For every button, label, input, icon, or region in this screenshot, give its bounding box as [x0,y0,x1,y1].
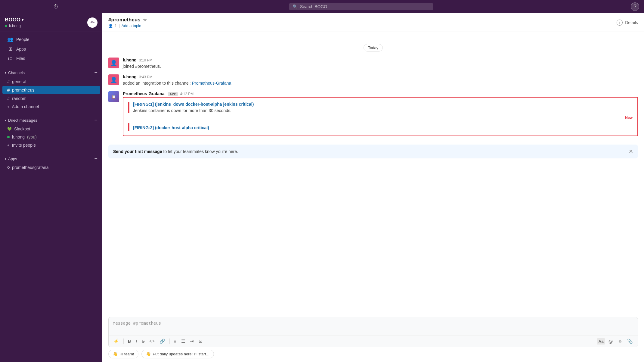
channel-title: #prometheus ☆ [108,17,147,23]
sidebar-item-people[interactable]: 👥 People [2,35,100,44]
emoji-button[interactable]: ☺ [616,338,624,345]
sidebar-item-apps[interactable]: ⊞ Apps [2,44,100,54]
firing-alert-1: [FIRING:1] (jenkins_down docker-host-alp… [128,102,633,113]
add-app-icon[interactable]: + [94,156,98,161]
message-sender: k.hong [123,58,137,62]
apps-section: ▾ Apps + prometheusgrafana [0,152,102,174]
channels-section-title-wrap: ▾ Channels [5,70,25,75]
message-input[interactable] [109,317,638,334]
new-line [128,118,623,118]
message-text: joined #prometheus. [123,63,638,70]
bullet-list-button[interactable]: ☰ [179,337,187,345]
link-button[interactable]: 🔗 [158,337,167,345]
dm-item-slackbot[interactable]: 💚 Slackbot [2,125,100,133]
chat-area: #prometheus ☆ 👤 1 | Add a topic i Detail… [102,13,644,362]
people-label: People [16,37,29,42]
top-bar-left: ⏱ [5,4,107,10]
first-message-suffix: to let your teammates know you're here. [163,149,238,154]
apps-section-label: Apps [8,157,17,161]
apps-label: Apps [16,47,26,51]
username-label: k.hong [9,23,21,28]
text-format-button[interactable]: Aa [597,338,605,345]
dm-item-khong[interactable]: k.hong (you) [2,133,100,141]
channel-general-label: general [12,79,26,84]
indent-button[interactable]: ⇥ [188,337,196,345]
search-icon: 🔍 [293,4,298,9]
dm-section-title-wrap: ▾ Direct messages [5,118,37,123]
files-icon: 🗂 [7,56,13,61]
message-body: added an integration to this channel: [123,81,192,86]
firing-alert-2: [FIRING:2] (docker-host-alpha critical) [128,123,633,131]
invite-people-item[interactable]: + Invite people [2,141,100,149]
search-input[interactable] [300,4,430,9]
chat-header: #prometheus ☆ 👤 1 | Add a topic i Detail… [102,13,644,32]
channel-name-label: #prometheus [108,17,141,23]
channels-section-header[interactable]: ▾ Channels + [0,68,102,77]
search-input-wrap[interactable]: 🔍 [289,3,433,10]
apps-item-prometheusgrafana[interactable]: prometheusgrafana [2,164,100,171]
integration-link[interactable]: Prometheus-Grafana [192,81,231,86]
strikethrough-button[interactable]: S [140,338,146,345]
sidebar: BOGO ▾ k.hong ✏ 👥 People ⊞ [0,13,102,362]
firing-content-2: [FIRING:2] (docker-host-alpha critical) [133,123,633,131]
quick-reply-1[interactable]: 👋 Hi team! [108,350,138,358]
add-dm-icon[interactable]: + [94,117,98,123]
lightning-button[interactable]: ⚡ [112,337,121,345]
help-icon[interactable]: ? [631,2,639,11]
apps-section-header[interactable]: ▾ Apps + [0,154,102,163]
top-bar-right: ? [615,2,639,11]
channel-random-label: random [12,96,26,101]
quick-reply-2-emoji: 👋 [146,352,151,356]
channel-item-general[interactable]: # general [2,77,100,86]
slackbot-label: Slackbot [14,126,30,131]
mention-button[interactable]: @ [606,338,615,345]
new-indicator: New [122,116,639,120]
message-time: 3:10 PM [139,58,153,62]
workspace-name[interactable]: BOGO ▾ [5,17,23,23]
channel-prometheus-label: prometheus [12,88,34,92]
attach-button[interactable]: 📎 [625,337,635,345]
channel-item-prometheus[interactable]: # prometheus [2,86,100,94]
message-header: k.hong 3:10 PM [123,58,638,62]
bold-button[interactable]: B [126,338,133,345]
star-icon[interactable]: ☆ [143,17,147,22]
add-channel-plus-icon: + [7,105,10,109]
channels-chevron-icon: ▾ [5,71,6,74]
add-channel-item[interactable]: + Add a channel [2,103,100,111]
italic-button[interactable]: I [134,338,139,345]
firing-box: [FIRING:1] (jenkins_down docker-host-alp… [123,97,638,136]
sidebar-item-files[interactable]: 🗂 Files [2,54,100,63]
code-button[interactable]: </> [147,338,156,345]
chat-header-right[interactable]: i Details [617,20,638,26]
compose-button[interactable]: ✏ [87,17,98,28]
dm-section-header[interactable]: ▾ Direct messages + [0,116,102,125]
channel-item-random[interactable]: # random [2,94,100,102]
dm-section: ▾ Direct messages + 💚 Slackbot k.hong (y… [0,113,102,152]
add-channel-icon[interactable]: + [94,70,98,75]
khong-dm-label: k.hong (you) [12,135,37,139]
workspace-chevron-icon: ▾ [22,18,23,22]
prometheus-sender: Prometheus-Grafana [123,91,164,96]
toolbar-separator [169,339,170,344]
user-status: k.hong [5,23,23,28]
add-channel-label: Add a channel [12,104,39,109]
members-count: 1 [115,23,117,28]
add-topic-link[interactable]: Add a topic [122,23,141,28]
messages-container: Today 👤 k.hong 3:10 PM joined #prometheu… [102,32,644,313]
app-container: ⏱ 🔍 ? BOGO ▾ k. [0,0,644,362]
close-banner-button[interactable]: ✕ [629,149,633,154]
firing-link-2[interactable]: [FIRING:2] (docker-host-alpha critical) [133,125,633,130]
message-input-area: ⚡ B I S </> 🔗 ≡ ☰ ⇥ ⊡ Aa @ [102,313,644,362]
history-icon[interactable]: ⏱ [53,4,59,10]
ordered-list-button[interactable]: ≡ [172,338,178,345]
you-label: (you) [27,135,37,139]
app-circle-icon [7,166,10,169]
toolbar-separator [123,339,124,344]
message-row: 👤 k.hong 3:10 PM joined #prometheus. [108,58,638,70]
quick-reply-2[interactable]: 👋 Put daily updates here! I'll start... [141,350,214,358]
apps-section-title-wrap: ▾ Apps [5,157,17,161]
firing-link-1[interactable]: [FIRING:1] (jenkins_down docker-host-alp… [133,102,633,107]
message-time: 3:43 PM [139,75,153,79]
block-button[interactable]: ⊡ [197,337,204,345]
quick-reply-1-emoji: 👋 [113,352,118,356]
